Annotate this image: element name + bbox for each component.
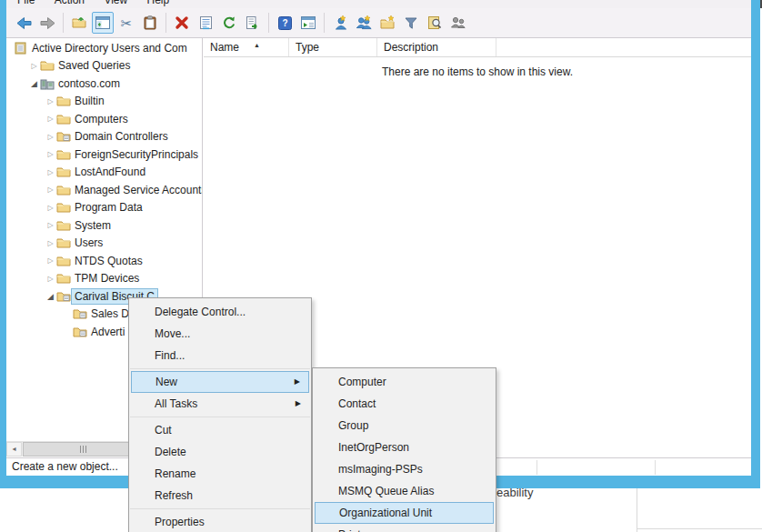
menu-item-delete[interactable]: Delete bbox=[131, 441, 309, 463]
menu-item-properties[interactable]: Properties bbox=[131, 511, 309, 532]
menu-view[interactable]: View bbox=[104, 0, 127, 6]
expander-collapsed-icon[interactable]: ▷ bbox=[45, 221, 56, 229]
show-console-tree-icon[interactable] bbox=[92, 12, 114, 34]
context-menu: Delegate Control... Move... Find... New▶… bbox=[128, 297, 312, 532]
list-header: Name▲ Type Description bbox=[204, 38, 751, 57]
menu-item-new[interactable]: New▶ bbox=[131, 371, 309, 393]
folder-icon bbox=[56, 183, 72, 197]
submenu-item-group[interactable]: Group bbox=[315, 415, 494, 437]
status-bar-divider bbox=[655, 460, 656, 475]
expander-expanded-icon[interactable]: ◢ bbox=[45, 292, 56, 301]
help-icon[interactable]: ? bbox=[274, 12, 296, 34]
menu-help[interactable]: Help bbox=[147, 0, 170, 6]
scrollbar-grip bbox=[83, 446, 84, 453]
menu-item-move[interactable]: Move... bbox=[131, 323, 309, 345]
submenu-item-msimaging-psps[interactable]: msImaging-PSPs bbox=[315, 458, 494, 480]
ou-icon bbox=[56, 289, 72, 304]
parent-folder-icon[interactable] bbox=[68, 12, 90, 34]
menu-action[interactable]: Action bbox=[55, 0, 85, 6]
menu-item-all-tasks[interactable]: All Tasks▶ bbox=[131, 393, 309, 415]
expander-collapsed-icon[interactable]: ▷ bbox=[45, 168, 56, 176]
menu-item-cut[interactable]: Cut bbox=[131, 419, 309, 441]
menu-item-delegate-control[interactable]: Delegate Control... bbox=[131, 301, 309, 323]
tree-item-computers[interactable]: ▷Computers bbox=[6, 110, 202, 128]
new-group-icon[interactable] bbox=[353, 12, 375, 34]
column-header-name[interactable]: Name▲ bbox=[204, 38, 289, 56]
tree-item-managed-service-accounts[interactable]: ▷Managed Service Accounts bbox=[6, 181, 202, 199]
menu-item-refresh[interactable]: Refresh bbox=[131, 485, 309, 507]
submenu-arrow-icon: ▶ bbox=[295, 372, 300, 392]
tree-item-contoso-com[interactable]: ◢contoso.com bbox=[6, 75, 202, 93]
scrollbar-thumb[interactable] bbox=[23, 442, 143, 457]
toolbar-separator bbox=[63, 13, 64, 33]
ou-icon bbox=[73, 325, 88, 339]
new-user-icon[interactable] bbox=[329, 12, 351, 34]
folder-icon bbox=[56, 94, 72, 108]
console-root-icon bbox=[14, 41, 29, 55]
paste-icon[interactable] bbox=[139, 12, 161, 34]
toolbar: ✂ ? bbox=[6, 8, 751, 38]
menu-bar: File Action View Help bbox=[6, 0, 751, 8]
status-bar-divider bbox=[536, 460, 537, 475]
ou-icon bbox=[73, 306, 88, 321]
folder-icon bbox=[56, 218, 72, 233]
folder-icon bbox=[40, 58, 55, 73]
tree-item-builtin[interactable]: ▷Builtin bbox=[6, 93, 202, 111]
empty-view-message: There are no items to show in this view. bbox=[204, 65, 751, 78]
submenu-item-contact[interactable]: Contact bbox=[315, 393, 494, 415]
submenu-item-msmq-queue-alias[interactable]: MSMQ Queue Alias bbox=[315, 480, 494, 502]
status-bar-text: Create a new object... bbox=[12, 460, 118, 473]
expander-collapsed-icon[interactable]: ▷ bbox=[45, 186, 56, 194]
expander-collapsed-icon[interactable]: ▷ bbox=[45, 115, 56, 123]
tree-item-foreign-security-principals[interactable]: ▷ForeignSecurityPrincipals bbox=[6, 146, 202, 164]
cut-icon[interactable]: ✂ bbox=[115, 12, 137, 34]
back-icon[interactable] bbox=[13, 12, 35, 34]
export-list-icon[interactable] bbox=[242, 12, 264, 34]
expander-collapsed-icon[interactable]: ▷ bbox=[45, 133, 56, 141]
show-action-pane-icon[interactable] bbox=[297, 12, 319, 34]
tree-item-saved-queries[interactable]: ▷Saved Queries bbox=[6, 57, 202, 75]
submenu-item-computer[interactable]: Computer bbox=[315, 371, 494, 393]
expander-collapsed-icon[interactable]: ▷ bbox=[45, 239, 56, 247]
background-grid-line-vertical bbox=[637, 488, 637, 532]
toolbar-separator bbox=[268, 13, 269, 33]
new-ou-icon[interactable] bbox=[376, 12, 398, 34]
user-set-icon[interactable] bbox=[447, 12, 469, 34]
forward-icon[interactable] bbox=[36, 12, 58, 34]
find-icon[interactable] bbox=[424, 12, 446, 34]
folder-icon bbox=[56, 147, 72, 162]
column-header-type[interactable]: Type bbox=[289, 38, 377, 56]
expander-collapsed-icon[interactable]: ▷ bbox=[45, 150, 56, 158]
properties-icon[interactable] bbox=[195, 12, 216, 34]
tree-item-domain-controllers[interactable]: ▷Domain Controllers bbox=[6, 128, 202, 146]
tree-item-system[interactable]: ▷System bbox=[6, 216, 202, 235]
tree-item-program-data[interactable]: ▷Program Data bbox=[6, 199, 202, 217]
expander-collapsed-icon[interactable]: ▷ bbox=[45, 204, 56, 212]
expander-expanded-icon[interactable]: ◢ bbox=[28, 79, 40, 88]
tree-item-tpm-devices[interactable]: ▷TPM Devices bbox=[6, 270, 202, 288]
refresh-icon[interactable] bbox=[218, 12, 240, 34]
folder-icon bbox=[56, 254, 72, 268]
submenu-item-printer[interactable]: Printer bbox=[315, 524, 494, 532]
tree-item-root[interactable]: Active Directory Users and Com bbox=[6, 39, 202, 57]
tree-item-lostandfound[interactable]: ▷LostAndFound bbox=[6, 164, 202, 182]
expander-collapsed-icon[interactable]: ▷ bbox=[45, 256, 56, 265]
tree-item-users[interactable]: ▷Users bbox=[6, 235, 202, 253]
tree-item-ntds-quotas[interactable]: ▷NTDS Quotas bbox=[6, 252, 202, 270]
menu-item-rename[interactable]: Rename bbox=[131, 463, 309, 485]
filter-icon[interactable] bbox=[400, 12, 422, 34]
menu-file[interactable]: File bbox=[17, 0, 35, 6]
menu-item-find[interactable]: Find... bbox=[131, 345, 309, 366]
submenu-item-inetorgperson[interactable]: InetOrgPerson bbox=[315, 437, 494, 458]
domain-icon bbox=[40, 76, 55, 91]
new-submenu: Computer Contact Group InetOrgPerson msI… bbox=[312, 367, 496, 532]
folder-icon bbox=[56, 236, 72, 250]
delete-icon[interactable] bbox=[171, 12, 193, 34]
expander-collapsed-icon[interactable]: ▷ bbox=[28, 62, 40, 70]
column-header-description[interactable]: Description bbox=[377, 38, 496, 56]
expander-collapsed-icon[interactable]: ▷ bbox=[45, 97, 56, 105]
submenu-item-organizational-unit[interactable]: Organizational Unit bbox=[315, 502, 494, 524]
toolbar-separator bbox=[165, 13, 166, 33]
expander-collapsed-icon[interactable]: ▷ bbox=[45, 275, 56, 283]
scrollbar-left-arrow-icon[interactable]: ◂ bbox=[6, 442, 22, 457]
